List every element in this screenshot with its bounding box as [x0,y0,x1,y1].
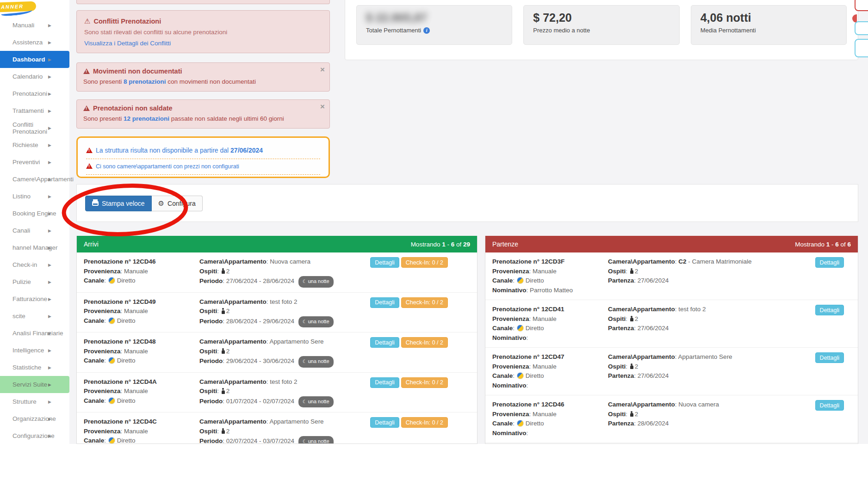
sidebar-item-canali[interactable]: ▌ Canali [0,222,69,239]
sidebar-item-label: Trattamenti [12,107,44,114]
sidebar-item-booking-engine[interactable]: ▌ Booking Engine [0,205,69,222]
stampa-veloce-button[interactable]: Stampa veloce [85,196,152,211]
dettagli-button[interactable]: Dettagli [370,417,399,428]
info-icon[interactable] [423,27,430,34]
sidebar-item-label: Fatturazione [12,295,47,302]
sidebar-item-intelligence[interactable]: ▌ Intelligence [0,342,69,359]
dettagli-button[interactable]: Dettagli [370,377,399,388]
close-icon[interactable]: × [320,66,325,74]
check-in-button[interactable]: Check-In: 0 / 2 [401,377,448,388]
sidebar-item-camere-appartamenti[interactable]: ▌ Camere\Appartamenti [0,171,69,188]
sidebar-item-strutture[interactable]: ▌ Strutture [0,393,69,410]
channel-icon [108,357,115,364]
check-in-button[interactable]: Check-In: 0 / 2 [401,337,448,348]
sidebar-item-assistenza[interactable]: ▌ Assistenza [0,34,69,51]
booking-room: Camera\Appartamento: Nuova camera [608,400,851,410]
sidebar-item-fatturazione[interactable]: ▌ Fatturazione [0,290,69,308]
alert-title: Conflitti Prenotazioni [84,17,322,25]
booking-source: Provenienza: Manuale [492,314,608,324]
sidebar-item-icon: ▌ [6,176,10,183]
sidebar-item-check-in[interactable]: ▌ Check-in [0,256,69,273]
sidebar-item-icon: ▌ [6,74,10,80]
dettagli-button[interactable]: Dettagli [815,305,844,315]
sidebar-item-icon: ▌ [6,245,10,251]
chevron-right-icon [48,154,51,171]
booking-number: Prenotazione n° 12CD49 [84,297,199,307]
edge-widget-teal-2[interactable] [855,39,868,57]
check-in-button[interactable]: Check-In: 0 / 2 [401,417,448,428]
sidebar-item-label: Manuali [12,22,34,29]
sidebar-item-statistiche[interactable]: ▌ Statistiche [0,359,69,376]
sidebar-item-preventivi[interactable]: ▌ Preventivi [0,154,69,171]
channel-icon [517,277,524,284]
booking-channel: Canale: Diretto [492,371,608,381]
edge-widget-red[interactable] [855,0,868,11]
booking-guests: Ospiti: 2 [608,267,851,277]
sidebar-item-label: scite [12,313,25,320]
sidebar-item-icon: ▌ [6,433,10,439]
close-icon[interactable]: × [320,103,325,111]
chevron-right-icon [48,205,51,222]
chevron-right-icon [48,273,51,290]
sidebar-item-organizzazione[interactable]: ▌ Organizzazione [0,410,69,427]
prenotazioni-link[interactable]: 12 prenotazioni [124,115,169,122]
booking-number: Prenotazione n° 12CD46 [84,257,199,267]
sidebar-item-servizi-suite[interactable]: ▌ Servizi Suite [0,376,69,393]
booking-room: Camera\Appartamento: C2 - Camera Matrimo… [608,257,851,267]
arrivals-panel: Arrivi Mostrando 1 - 6 of 29 Prenotazion… [76,236,477,444]
dettagli-button[interactable]: Dettagli [370,297,399,308]
sidebar-item-prenotazioni[interactable]: ▌ Prenotazioni [0,85,69,102]
quick-print-panel: Stampa veloce Configura [76,184,858,222]
configura-button[interactable]: Configura [152,196,203,211]
panel-title: Arrivi [84,240,99,248]
dettagli-button[interactable]: Dettagli [815,400,844,411]
moon-icon [303,358,308,364]
sidebar-item-uscite[interactable]: ▌ scite [0,308,69,325]
dettagli-button[interactable]: Dettagli [815,257,844,268]
dettagli-button[interactable]: Dettagli [370,257,399,268]
booking-guest-name: Nominativo: [492,381,608,391]
main-content: Conflitti Prenotazioni Sono stati rileva… [69,0,868,444]
booking-period: Periodo: 29/06/2024 - 30/06/2024 una not… [199,356,470,368]
edge-widget-teal-1[interactable] [855,21,868,35]
booking-channel: Canale: Diretto [84,436,199,444]
person-icon [630,363,634,369]
sidebar-item-pulizie[interactable]: ▌ Pulizie [0,273,69,290]
sidebar-item-label: Calendario [12,73,43,80]
check-in-button[interactable]: Check-In: 0 / 2 [401,257,448,268]
sidebar-item-richieste[interactable]: ▌ Richieste [0,136,69,154]
check-in-button[interactable]: Check-In: 0 / 2 [401,297,448,308]
booking-guests: Ospiti: 2 [199,387,470,396]
person-icon [221,268,225,274]
sidebar-item-conflitti-prenotazioni[interactable]: ▌ Conflitti Prenotazioni [0,119,69,136]
sidebar-item-trattamenti[interactable]: ▌ Trattamenti [0,102,69,119]
view-conflict-details-link[interactable]: Visualizza i Dettagli dei Conflitti [84,40,171,47]
arrivals-header: Arrivi Mostrando 1 - 6 of 29 [77,236,477,252]
alert-body: Sono presenti 8 prenotazioni con movimen… [83,77,323,86]
sidebar-item-icon: ▌ [6,279,10,285]
chevron-right-icon [48,325,51,342]
booking-source: Provenienza: Manuale [492,362,608,372]
warning-triangle-icon [86,148,93,153]
dettagli-button[interactable]: Dettagli [370,337,399,348]
sidebar-item-icon: ▌ [6,296,10,302]
alerts-column: Conflitti Prenotazioni Sono stati rileva… [76,0,330,178]
booking-period: Periodo: 01/07/2024 - 02/07/2024 una not… [199,396,470,408]
sidebar-item-calendario[interactable]: ▌ Calendario [0,68,69,85]
dettagli-button[interactable]: Dettagli [815,352,844,363]
stat-card-totale-pernottamenti: $ 22.865,87 Totale Pernottamenti [356,5,512,45]
booking-guest-name: Nominativo: [492,429,608,438]
sidebar-item-manuali[interactable]: ▌ Manuali [0,17,69,34]
sidebar-item-analisi-finanziarie[interactable]: ▌ Analisi Finanziarie [0,325,69,342]
sidebar-item-listino[interactable]: ▌ Listino [0,188,69,205]
sidebar-item-dashboard[interactable]: ▌ Dashboard [0,51,69,68]
sidebar-item-configurazione[interactable]: ▌ Configurazione [0,427,69,444]
chevron-right-icon [48,51,51,68]
sidebar-item-channel-manager[interactable]: ▌ hannel Manager [0,239,69,256]
stat-card-prezzo-medio: $ 72,20 Prezzo medio a notte [523,5,679,45]
booking-source: Provenienza: Manuale [84,307,199,316]
sidebar-item-icon: ▌ [6,262,10,268]
printer-icon [92,201,99,206]
prenotazioni-link[interactable]: 8 prenotazioni [124,78,166,85]
departure-row: Prenotazione n° 12CD47 Provenienza: Manu… [485,348,858,395]
